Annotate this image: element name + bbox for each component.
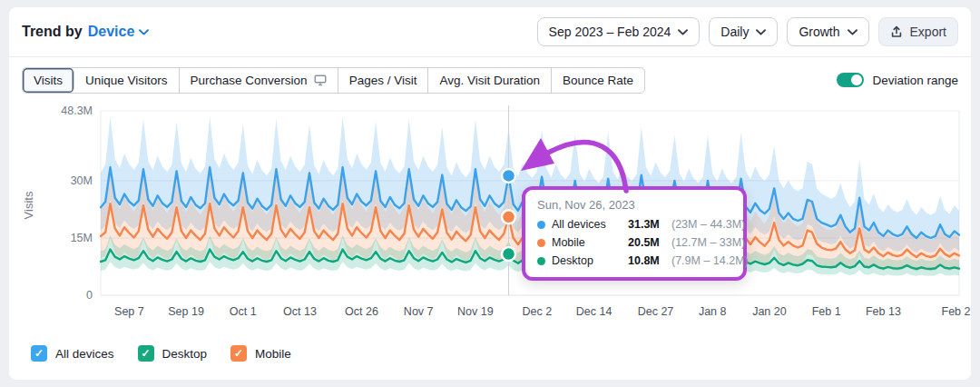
header-controls: Sep 2023 – Feb 2024 Daily Growth (537, 17, 958, 46)
tooltip-series-label: Desktop (552, 254, 628, 267)
visits-trend-chart[interactable]: 48.3M30M15M0Sep 7Sep 19Oct 1Oct 13Oct 26… (9, 98, 971, 325)
tab-label: Pages / Visit (349, 74, 417, 87)
tab-bounce-rate[interactable]: Bounce Rate (552, 68, 644, 93)
tab-pages-per-visit[interactable]: Pages / Visit (338, 68, 429, 93)
x-axis-tick: Jan 20 (752, 305, 787, 318)
tab-label: Purchase Conversion (191, 74, 308, 87)
checkbox-all-devices[interactable]: ✓ (31, 345, 47, 362)
y-axis-tick: 48.3M (61, 104, 93, 117)
y-axis-tick: 0 (86, 289, 93, 302)
x-axis-tick: Nov 7 (404, 305, 434, 318)
deviation-range-control: Deviation range (837, 73, 958, 87)
x-axis-tick: Jan 8 (699, 305, 727, 318)
metric-mode-dropdown[interactable]: Growth (787, 17, 868, 46)
tab-label: Unique Visitors (85, 74, 168, 87)
export-button[interactable]: Export (878, 17, 958, 46)
date-range-label: Sep 2023 – Feb 2024 (549, 25, 671, 39)
tooltip-series-value: 10.8M (628, 254, 671, 267)
tooltip-row-all-devices: All devices 31.3M (23M – 44.3M) (537, 218, 736, 231)
tooltip-series-range: (7.9M – 14.2M) (671, 254, 749, 267)
legend-label: Mobile (255, 347, 291, 361)
tab-label: Bounce Rate (563, 74, 633, 87)
legend-all-devices[interactable]: ✓ All devices (31, 345, 114, 362)
tab-visits[interactable]: Visits (23, 68, 74, 93)
series-dot-all-devices (537, 221, 545, 229)
metric-mode-label: Growth (799, 25, 839, 39)
tooltip-date: Sun, Nov 26, 2023 (537, 198, 736, 212)
checkbox-mobile[interactable]: ✓ (230, 345, 247, 362)
tab-label: Visits (34, 74, 63, 87)
y-axis-tick: 30M (71, 174, 93, 187)
device-dropdown-label: Device (88, 24, 135, 40)
checkbox-desktop[interactable]: ✓ (138, 345, 154, 362)
x-axis-tick: Feb 29 (942, 305, 971, 318)
tab-purchase-conversion[interactable]: Purchase Conversion (180, 68, 338, 93)
y-axis-tick: 15M (71, 232, 93, 244)
x-axis-tick: Oct 1 (230, 305, 257, 318)
x-axis-tick: Dec 14 (576, 305, 612, 318)
legend-label: All devices (55, 347, 114, 361)
x-axis-tick: Dec 27 (638, 305, 674, 318)
legend-mobile[interactable]: ✓ Mobile (230, 345, 291, 362)
highlight-dot-all-devices (502, 169, 515, 183)
title-prefix: Trend by (22, 24, 83, 40)
tab-avg-visit-duration[interactable]: Avg. Visit Duration (428, 68, 552, 93)
series-dot-desktop (537, 257, 545, 265)
header: Trend by Device Sep 2023 – Feb 2024 Dail… (9, 7, 971, 57)
tooltip-series-label: All devices (552, 218, 628, 231)
date-range-dropdown[interactable]: Sep 2023 – Feb 2024 (537, 17, 701, 46)
tooltip-series-range: (12.7M – 33M) (671, 236, 745, 249)
chevron-down-icon (756, 29, 766, 35)
highlight-dot-desktop (502, 247, 515, 261)
chevron-down-icon (848, 29, 858, 35)
toggle-knob (851, 74, 862, 85)
x-axis-tick: Sep 19 (168, 305, 204, 318)
x-axis-tick: Dec 2 (522, 305, 552, 318)
monitor-icon (314, 74, 327, 86)
tooltip-series-label: Mobile (552, 236, 628, 249)
y-axis-title: Visits (22, 191, 35, 219)
device-dropdown[interactable]: Device (88, 24, 150, 40)
x-axis-tick: Feb 13 (866, 305, 901, 318)
tooltip-series-value: 20.5M (628, 236, 671, 249)
metric-toolbar: Visits Unique Visitors Purchase Conversi… (22, 65, 958, 94)
legend-desktop[interactable]: ✓ Desktop (138, 345, 208, 362)
highlight-dot-mobile (502, 210, 515, 223)
chevron-down-icon (678, 29, 688, 35)
tab-unique-visitors[interactable]: Unique Visitors (74, 68, 180, 93)
chevron-down-icon (139, 29, 149, 35)
tooltip-series-range: (23M – 44.3M) (671, 218, 745, 231)
card: Trend by Device Sep 2023 – Feb 2024 Dail… (9, 7, 971, 380)
page-title: Trend by Device (22, 24, 149, 40)
trend-by-device-panel: Trend by Device Sep 2023 – Feb 2024 Dail… (0, 0, 980, 387)
tooltip-series-value: 31.3M (628, 218, 671, 231)
chart-legend: ✓ All devices ✓ Desktop ✓ Mobile (31, 345, 291, 362)
chart-area: 48.3M30M15M0Sep 7Sep 19Oct 1Oct 13Oct 26… (9, 98, 971, 325)
metric-tabs: Visits Unique Visitors Purchase Conversi… (22, 67, 645, 94)
chart-tooltip: Sun, Nov 26, 2023 All devices 31.3M (23M… (522, 186, 747, 281)
x-axis-tick: Oct 13 (283, 305, 317, 318)
x-axis-tick: Nov 19 (457, 305, 494, 318)
export-label: Export (910, 25, 946, 39)
granularity-dropdown[interactable]: Daily (709, 17, 778, 46)
granularity-label: Daily (720, 25, 749, 39)
deviation-range-label: Deviation range (872, 74, 958, 87)
x-axis-tick: Sep 7 (114, 305, 144, 318)
export-icon (890, 25, 903, 38)
deviation-range-toggle[interactable] (837, 73, 864, 87)
tooltip-row-desktop: Desktop 10.8M (7.9M – 14.2M) (537, 254, 736, 267)
series-dot-mobile (537, 239, 545, 247)
legend-label: Desktop (162, 347, 208, 361)
x-axis-tick: Feb 1 (812, 305, 841, 318)
tooltip-row-mobile: Mobile 20.5M (12.7M – 33M) (537, 236, 736, 249)
x-axis-tick: Oct 26 (345, 305, 378, 318)
tab-label: Avg. Visit Duration (439, 74, 540, 87)
